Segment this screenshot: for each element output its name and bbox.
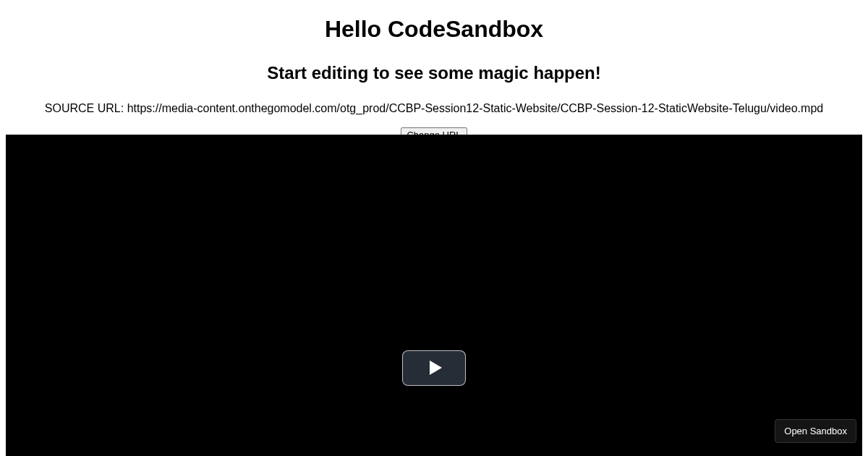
page-subtitle: Start editing to see some magic happen! xyxy=(0,63,868,83)
page-title: Hello CodeSandbox xyxy=(0,16,868,43)
source-url-text: SOURCE URL: https://media-content.ontheg… xyxy=(0,102,868,115)
open-sandbox-button[interactable]: Open Sandbox xyxy=(775,419,856,443)
video-player[interactable] xyxy=(6,135,862,456)
play-icon xyxy=(430,360,442,375)
source-url-label: SOURCE URL: xyxy=(45,102,127,114)
play-button[interactable] xyxy=(402,350,466,386)
source-url-value: https://media-content.onthegomodel.com/o… xyxy=(127,102,824,114)
